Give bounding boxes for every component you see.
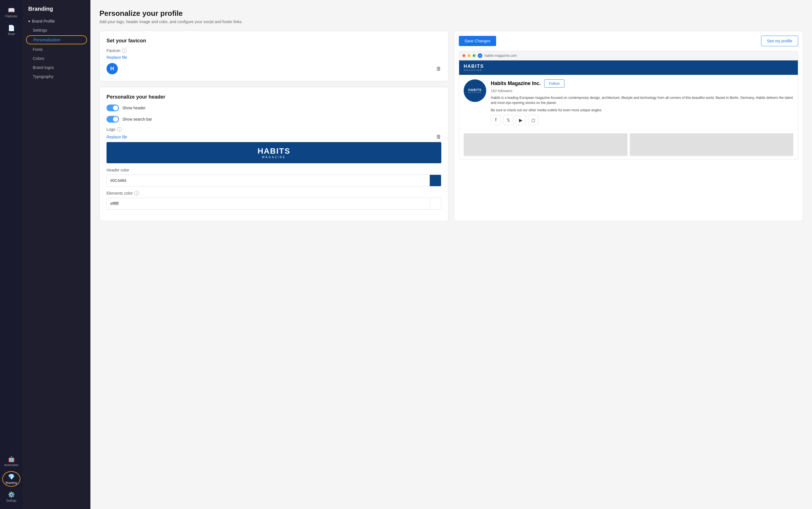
left-column: Set your favicon Favicon i Replace file … [99, 31, 448, 221]
nav-read[interactable]: 📄 Read [2, 22, 20, 38]
favicon-row: H 🗑 [106, 63, 441, 74]
preview-thumbnails [459, 130, 798, 159]
logo-container: HABITS MAGAZINE [106, 142, 441, 163]
favicon-replace-link[interactable]: Replace file [106, 55, 441, 60]
logo-subtext: MAGAZINE [262, 156, 285, 159]
settings-icon: ⚙️ [8, 491, 15, 498]
flipbooks-icon: 📖 [8, 7, 15, 13]
preview-thumb-2 [630, 133, 793, 156]
follow-button[interactable]: Follow [544, 79, 565, 88]
nav-automation[interactable]: 🤖 Automation [2, 453, 20, 469]
elements-color-info-icon[interactable]: i [134, 191, 139, 196]
favicon-icon: H [106, 63, 118, 74]
header-card-title: Personalize your header [106, 94, 441, 100]
browser-dot-red [463, 54, 465, 57]
sidebar-item-settings[interactable]: Settings [23, 26, 91, 35]
twitter-icon[interactable]: 𝕏 [503, 115, 513, 125]
nav-branding[interactable]: 💎 Branding [2, 471, 20, 487]
show-header-label: Show header [122, 106, 146, 110]
profile-description-2: Be sure to check out our other media out… [491, 108, 793, 113]
sidebar-brand-profile-section: ▾ Brand Profile Settings Personalization… [23, 17, 91, 83]
sidebar-item-brand-logos[interactable]: Brand logos [23, 63, 91, 72]
browser-dot-green [473, 54, 475, 57]
show-header-toggle-row: Show header [106, 104, 441, 111]
profile-followers: 162 followers [491, 89, 793, 93]
logo-text: HABITS [258, 146, 290, 156]
sidebar-item-typography[interactable]: Typography [23, 72, 91, 81]
brand-header-text: HABITS [464, 64, 793, 69]
header-color-input-row [106, 175, 441, 186]
profile-description-1: Habits is a leading European magazine fo… [491, 95, 793, 105]
facebook-icon[interactable]: f [491, 115, 501, 125]
header-card: Personalize your header Show header S [99, 87, 448, 221]
preview-actions: Save Changes See my profile [454, 31, 803, 51]
browser-url: habits-magazine.com [484, 54, 794, 58]
elements-color-swatch[interactable] [430, 198, 441, 209]
sidebar-item-personalization[interactable]: Personalization [26, 35, 87, 44]
header-color-input[interactable] [107, 175, 430, 185]
logo-info-icon[interactable]: i [117, 127, 122, 132]
profile-logo: HABITS MAGAZINE [464, 79, 486, 102]
branding-icon: 💎 [8, 473, 15, 480]
favicon-card-title: Set your favicon [106, 38, 441, 44]
automation-icon: 🤖 [8, 455, 15, 463]
brand-header: HABITS MAGAZINE [459, 61, 798, 75]
elements-color-input-row [106, 198, 441, 210]
profile-info: Habits Magazine Inc. Follow 162 follower… [491, 79, 793, 125]
favicon-delete-icon[interactable]: 🗑 [436, 66, 441, 72]
browser-dot-yellow [468, 54, 470, 57]
elements-color-label: Elements color i [106, 191, 441, 196]
elements-color-input[interactable] [107, 199, 430, 209]
logo-delete-icon[interactable]: 🗑 [436, 134, 441, 140]
sidebar-item-colors[interactable]: Colors [23, 54, 91, 63]
youtube-icon[interactable]: ▶ [516, 115, 526, 125]
chevron-down-icon: ▾ [28, 19, 30, 24]
brand-header-sub: MAGAZINE [464, 69, 793, 71]
favicon-info-icon[interactable]: i [122, 48, 127, 53]
header-color-label: Header color [106, 168, 441, 172]
logo-label: Logo i [106, 127, 441, 132]
read-icon: 📄 [8, 25, 15, 31]
browser-bar: H habits-magazine.com [459, 51, 798, 61]
show-header-toggle[interactable] [106, 104, 119, 111]
browser-favicon: H [478, 54, 482, 58]
show-search-bar-label: Show search bar [122, 117, 152, 122]
sidebar: Branding ▾ Brand Profile Settings Person… [23, 0, 91, 509]
logo-replace-link[interactable]: Replace file [106, 135, 127, 139]
instagram-icon[interactable]: ◻ [528, 115, 538, 125]
header-color-swatch[interactable] [430, 175, 441, 186]
save-changes-button[interactable]: Save Changes [459, 36, 496, 46]
icon-nav: 📖 Flipbooks 📄 Read 🤖 Automation 💎 Brandi… [0, 0, 23, 509]
show-search-bar-toggle-row: Show search bar [106, 116, 441, 123]
browser-mockup: H habits-magazine.com HABITS MAGAZINE HA… [459, 51, 798, 160]
favicon-card: Set your favicon Favicon i Replace file … [99, 31, 448, 81]
nav-settings[interactable]: ⚙️ Settings [2, 489, 20, 505]
preview-panel: Save Changes See my profile H habits-mag… [454, 31, 803, 221]
main-content: Personalize your profile Add your logo, … [91, 0, 812, 509]
sidebar-item-fonts[interactable]: Fonts [23, 45, 91, 54]
see-profile-button[interactable]: See my profile [761, 36, 798, 46]
page-title: Personalize your profile [99, 9, 803, 18]
profile-name: Habits Magazine Inc. Follow [491, 79, 793, 88]
logo-replace-row: Replace file 🗑 [106, 134, 441, 140]
preview-thumb-1 [464, 133, 628, 156]
profile-logo-text: HABITS [468, 88, 482, 92]
social-icons: f 𝕏 ▶ ◻ [491, 115, 793, 125]
show-search-bar-toggle[interactable] [106, 116, 119, 123]
favicon-label: Favicon i [106, 48, 441, 53]
page-subtitle: Add your logo, header image and color, a… [99, 20, 803, 24]
sidebar-brand-profile-header[interactable]: ▾ Brand Profile [23, 17, 91, 26]
profile-logo-sub: MAGAZINE [468, 92, 481, 93]
profile-section: HABITS MAGAZINE Habits Magazine Inc. Fol… [459, 75, 798, 130]
nav-flipbooks[interactable]: 📖 Flipbooks [2, 4, 20, 20]
content-grid: Set your favicon Favicon i Replace file … [99, 31, 803, 221]
sidebar-title: Branding [23, 6, 91, 17]
